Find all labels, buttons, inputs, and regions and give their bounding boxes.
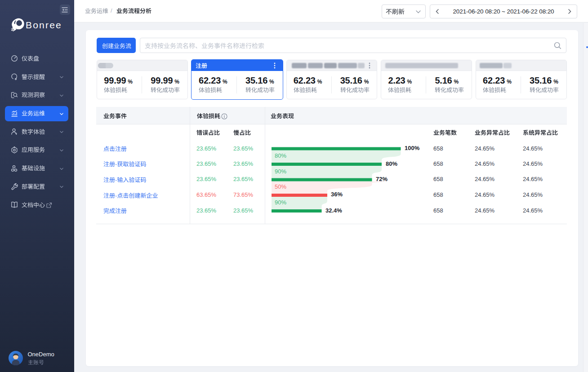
svg-text:Bonree: Bonree (26, 20, 62, 30)
